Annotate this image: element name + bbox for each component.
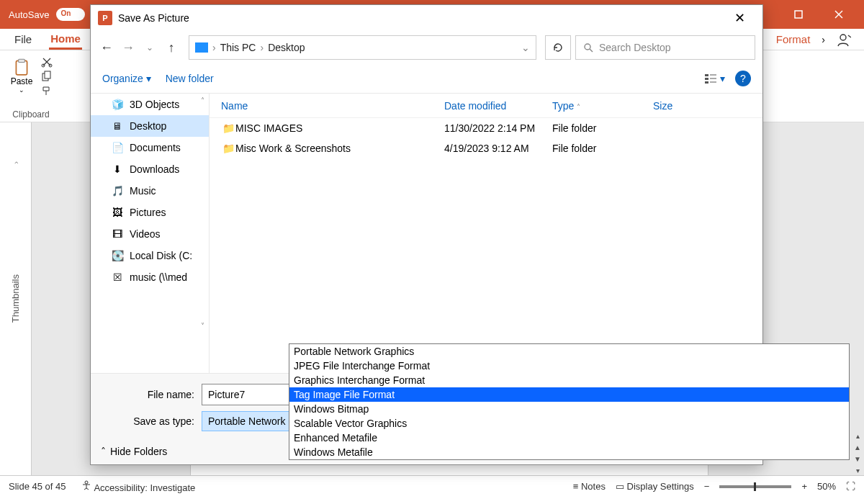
zoom-value: 50% bbox=[817, 481, 836, 492]
dialog-toolbar: Organize ▾ New folder ▾ ? bbox=[91, 64, 762, 93]
clipboard-group: Paste ⌄ Clipboard bbox=[7, 55, 55, 120]
scroll-down-icon[interactable]: ˅ bbox=[201, 322, 204, 330]
nav-item-music-med[interactable]: ☒music (\\med bbox=[91, 266, 209, 288]
column-headers[interactable]: Name Date modified Type ˄ Size bbox=[210, 94, 762, 118]
file-row[interactable]: 📁Misc Work & Screenshots4/19/2023 9:12 A… bbox=[210, 138, 762, 158]
file-list[interactable]: Name Date modified Type ˄ Size 📁MISC IMA… bbox=[210, 94, 762, 373]
type-option[interactable]: JPEG File Interchange Format bbox=[289, 359, 849, 373]
nav-forward-button[interactable]: → bbox=[120, 39, 137, 56]
copy-button[interactable] bbox=[39, 71, 55, 82]
accessibility-status[interactable]: Accessibility: Investigate bbox=[81, 480, 196, 493]
nav-item-desktop[interactable]: 🖥Desktop bbox=[91, 115, 209, 137]
folder-icon: 🎞 bbox=[111, 228, 124, 240]
nav-item-videos[interactable]: 🎞Videos bbox=[91, 223, 209, 245]
paste-button[interactable]: Paste ⌄ bbox=[7, 55, 36, 96]
column-type[interactable]: Type bbox=[552, 100, 574, 112]
ribbon-overflow-icon[interactable]: › bbox=[822, 34, 825, 45]
svg-point-4 bbox=[840, 35, 846, 40]
svg-rect-6 bbox=[19, 59, 25, 62]
type-option[interactable]: Windows Bitmap bbox=[289, 402, 849, 416]
nav-up-button[interactable]: ↑ bbox=[163, 39, 180, 56]
search-icon bbox=[583, 42, 593, 53]
close-app-button[interactable] bbox=[822, 4, 855, 25]
folder-icon: 📁 bbox=[221, 143, 235, 154]
svg-rect-1 bbox=[795, 11, 802, 18]
type-option[interactable]: Tag Image File Format bbox=[289, 387, 849, 402]
svg-rect-16 bbox=[705, 81, 708, 84]
breadcrumb-this-pc[interactable]: This PC bbox=[220, 42, 256, 53]
dialog-nav-row: ← → ⌄ ↑ › This PC › Desktop ⌄ Search Des… bbox=[91, 31, 762, 64]
zoom-in-button[interactable]: + bbox=[801, 481, 807, 492]
chevron-right-icon: › bbox=[212, 42, 216, 53]
tab-format[interactable]: Format bbox=[775, 30, 812, 48]
autosave-label: AutoSave bbox=[9, 9, 49, 20]
refresh-button[interactable] bbox=[545, 35, 571, 60]
search-input[interactable]: Search Desktop bbox=[575, 35, 755, 60]
folder-icon: 💽 bbox=[111, 250, 124, 261]
dialog-titlebar[interactable]: P Save As Picture ✕ bbox=[91, 5, 762, 31]
type-option[interactable]: Graphics Interchange Format bbox=[289, 373, 849, 387]
type-option[interactable]: Scalable Vector Graphics bbox=[289, 416, 849, 431]
zoom-out-button[interactable]: − bbox=[704, 481, 710, 492]
zoom-slider[interactable] bbox=[719, 485, 791, 488]
fit-slide-button[interactable]: ⛶ bbox=[846, 481, 855, 492]
slide-nav-arrows[interactable]: ▴▲▼▾ bbox=[851, 432, 864, 475]
tab-home[interactable]: Home bbox=[49, 30, 82, 50]
help-button[interactable]: ? bbox=[735, 71, 751, 86]
dialog-title: Save As Picture bbox=[118, 12, 189, 24]
autosave-toggle[interactable] bbox=[56, 8, 85, 21]
nav-back-button[interactable]: ← bbox=[98, 39, 115, 56]
breadcrumb-desktop[interactable]: Desktop bbox=[268, 42, 305, 53]
new-folder-button[interactable]: New folder bbox=[166, 73, 214, 84]
folder-icon: 🖼 bbox=[111, 207, 124, 218]
folder-icon: 📁 bbox=[221, 122, 235, 134]
maximize-button[interactable] bbox=[782, 4, 815, 25]
nav-item-music[interactable]: 🎵Music bbox=[91, 180, 209, 202]
nav-item-3d-objects[interactable]: 🧊3D Objects bbox=[91, 94, 209, 115]
powerpoint-icon: P bbox=[98, 11, 112, 25]
share-icon[interactable] bbox=[835, 32, 851, 48]
sort-indicator-icon: ˄ bbox=[577, 103, 580, 111]
clipboard-group-label: Clipboard bbox=[12, 109, 49, 120]
chevron-right-icon: › bbox=[260, 42, 264, 53]
svg-rect-14 bbox=[705, 74, 708, 76]
status-bar: Slide 45 of 45 Accessibility: Investigat… bbox=[0, 475, 864, 497]
file-row[interactable]: 📁MISC IMAGES11/30/2022 2:14 PMFile folde… bbox=[210, 118, 762, 138]
scroll-up-icon[interactable]: ˄ bbox=[201, 96, 204, 104]
type-option[interactable]: Enhanced Metafile bbox=[289, 431, 849, 445]
nav-item-local-disk-c-[interactable]: 💽Local Disk (C: bbox=[91, 245, 209, 266]
svg-rect-10 bbox=[45, 71, 50, 78]
column-size[interactable]: Size bbox=[653, 100, 672, 112]
display-settings-button[interactable]: ▭ Display Settings bbox=[616, 481, 694, 492]
column-date[interactable]: Date modified bbox=[444, 100, 506, 112]
svg-rect-5 bbox=[16, 60, 27, 75]
tab-file[interactable]: File bbox=[13, 30, 33, 48]
save-as-type-dropdown[interactable]: Portable Network GraphicsJPEG File Inter… bbox=[289, 343, 850, 460]
slide-indicator: Slide 45 of 45 bbox=[9, 481, 66, 492]
folder-icon: ⬇ bbox=[111, 163, 124, 175]
svg-point-12 bbox=[585, 44, 590, 50]
folder-icon: 📄 bbox=[111, 142, 124, 153]
svg-rect-15 bbox=[705, 78, 708, 80]
save-as-picture-dialog: P Save As Picture ✕ ← → ⌄ ↑ › This PC › … bbox=[90, 4, 763, 465]
format-painter-button[interactable] bbox=[39, 85, 55, 96]
address-dropdown-icon[interactable]: ⌄ bbox=[521, 42, 530, 53]
svg-line-13 bbox=[590, 49, 593, 52]
svg-point-11 bbox=[85, 481, 88, 484]
column-name[interactable]: Name bbox=[221, 100, 444, 112]
nav-item-downloads[interactable]: ⬇Downloads bbox=[91, 158, 209, 180]
notes-button[interactable]: ≡ Notes bbox=[573, 481, 606, 492]
nav-item-pictures[interactable]: 🖼Pictures bbox=[91, 202, 209, 223]
cut-button[interactable] bbox=[39, 56, 55, 68]
address-bar[interactable]: › This PC › Desktop ⌄ bbox=[189, 35, 536, 60]
nav-item-documents[interactable]: 📄Documents bbox=[91, 137, 209, 158]
type-option[interactable]: Portable Network Graphics bbox=[289, 344, 849, 359]
dialog-close-button[interactable]: ✕ bbox=[724, 6, 755, 30]
folder-icon: 🧊 bbox=[111, 99, 124, 110]
thumbnails-pane-collapsed[interactable]: › Thumbnails bbox=[0, 122, 32, 475]
folder-tree[interactable]: 🧊3D Objects🖥Desktop📄Documents⬇Downloads🎵… bbox=[91, 94, 210, 373]
nav-recent-dropdown[interactable]: ⌄ bbox=[141, 39, 158, 56]
view-mode-button[interactable]: ▾ bbox=[704, 72, 725, 85]
organize-menu[interactable]: Organize ▾ bbox=[102, 73, 151, 84]
type-option[interactable]: Windows Metafile bbox=[289, 445, 849, 459]
